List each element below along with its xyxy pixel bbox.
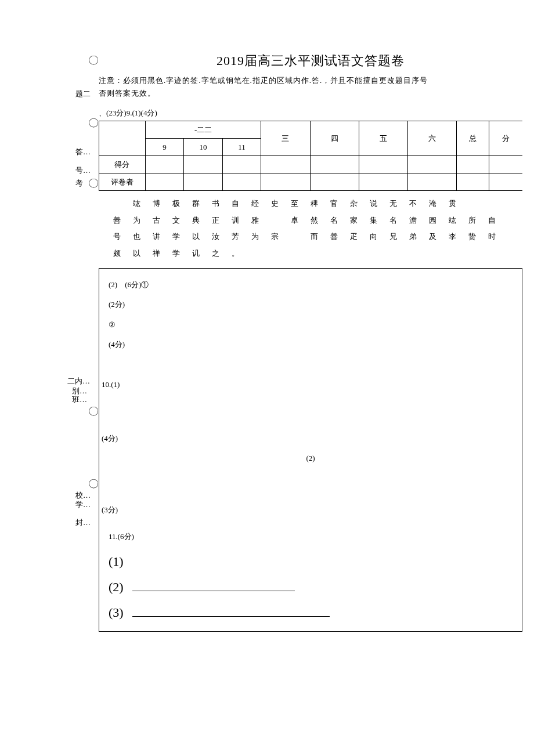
- blank-row[interactable]: [109, 357, 513, 373]
- score-cell[interactable]: [261, 156, 310, 173]
- blank-row[interactable]: [109, 471, 513, 498]
- notice-line-2: 否则答案无效。: [99, 87, 522, 100]
- answer-blank-line[interactable]: [132, 616, 330, 617]
- binding-circle-icon: 〇: [88, 176, 99, 190]
- table-subheader-10: 10: [184, 139, 223, 156]
- row-label-marker: 评卷者: [99, 173, 146, 191]
- table-row: 评卷者: [99, 173, 523, 191]
- score-cell[interactable]: [145, 156, 184, 173]
- points-4: (4分): [109, 337, 513, 353]
- marker-cell[interactable]: [310, 173, 359, 191]
- notice-block: 注意：必须用黑色.字迹的签.字笔或钢笔在.指疋的区域内作.答.，并且不能擅自更改…: [99, 74, 522, 100]
- q10-2-label: (2): [109, 450, 513, 467]
- side-label-ti2: 题二: [75, 89, 91, 99]
- q11-label: 11.(6分): [109, 529, 513, 545]
- side-label-kao: 考: [75, 178, 83, 189]
- q11-sub2: (2): [109, 574, 513, 600]
- side-label-ban: 班…: [72, 395, 87, 405]
- marker-cell[interactable]: [359, 173, 407, 191]
- score-cell[interactable]: [408, 156, 457, 173]
- points-4-b: (4分): [102, 431, 513, 447]
- marker-cell[interactable]: [457, 173, 489, 191]
- q11-sub1: (1): [109, 549, 513, 574]
- table-header-six: 六: [408, 121, 457, 156]
- table-subheader-11: 11: [222, 139, 261, 156]
- binding-circle-icon: 〇: [88, 53, 99, 67]
- marker-cell[interactable]: [145, 173, 184, 191]
- row-label-score: 得分: [99, 156, 146, 173]
- side-label-ernei: 二内…: [67, 376, 90, 386]
- points-2: (2分): [109, 296, 513, 313]
- side-label-da: 答…: [75, 147, 91, 157]
- marker-cell[interactable]: [184, 173, 223, 191]
- side-label-feng: 封…: [75, 518, 91, 528]
- blank-row: [109, 522, 513, 525]
- table-header-two: -二二: [145, 121, 261, 139]
- score-cell[interactable]: [184, 156, 223, 173]
- binding-circle-icon: 〇: [88, 116, 99, 130]
- blank-row[interactable]: [109, 397, 513, 427]
- table-row: -二二 三 四 五 六 总 分: [99, 121, 523, 139]
- left-binding-margin: 〇 题二 〇 答… 号… 考 〇 二内… 别… 班… 〇 〇 校… 学… 封…: [0, 0, 99, 756]
- marker-cell[interactable]: [261, 173, 310, 191]
- table-header-three: 三: [261, 121, 310, 156]
- text-line-3: 号也讲学以汝芳为宗而善疋向兄弟及李贽时: [107, 229, 514, 245]
- side-label-hao: 号…: [75, 165, 91, 176]
- table-header-blank: [99, 121, 146, 156]
- table-subheader-9: 9: [145, 139, 184, 156]
- text-line-1: 竑博极群书自经史至稗官杂说无不淹贯: [107, 196, 514, 212]
- score-cell[interactable]: [359, 156, 407, 173]
- score-cell[interactable]: [457, 156, 489, 173]
- text-line-2: 善为古文典正训雅卓然名家集名澹园竑所自: [107, 212, 514, 229]
- marker-cell[interactable]: [408, 173, 457, 191]
- q11-sub3: (3): [109, 600, 513, 625]
- q9-2-label: (2) (6分)①: [109, 277, 513, 294]
- section-heading: 、(23分)9.(1)(4分): [99, 108, 522, 118]
- classical-text-block: 竑博极群书自经史至稗官杂说无不淹贯 善为古文典正训雅卓然名家集名澹园竑所自 号也…: [107, 196, 514, 262]
- table-header-score: 分: [489, 121, 522, 156]
- score-table: -二二 三 四 五 六 总 分 9 10 11 得分: [99, 121, 522, 191]
- q9-2-circ2: ②: [109, 317, 513, 334]
- score-cell[interactable]: [222, 156, 261, 173]
- score-cell[interactable]: [310, 156, 359, 173]
- main-content: 2019届高三水平测试语文答题卷 注意：必须用黑色.字迹的签.字笔或钢笔在.指疋…: [99, 52, 522, 632]
- table-row: 得分: [99, 156, 523, 173]
- text-line-4: 颇以禅学讥之。: [107, 245, 514, 262]
- table-header-total: 总: [457, 121, 489, 156]
- marker-cell[interactable]: [489, 173, 522, 191]
- q10-1-label: 10.(1): [102, 377, 513, 393]
- notice-line-1: 注意：必须用黑色.字迹的签.字笔或钢笔在.指疋的区域内作.答.，并且不能擅自更改…: [99, 74, 522, 87]
- marker-cell[interactable]: [222, 173, 261, 191]
- table-header-five: 五: [359, 121, 407, 156]
- score-cell[interactable]: [489, 156, 522, 173]
- side-label-xue: 学…: [75, 500, 91, 510]
- answer-blank-line[interactable]: [132, 591, 295, 591]
- table-header-four: 四: [310, 121, 359, 156]
- binding-circle-icon: 〇: [88, 404, 99, 418]
- points-3: (3分): [102, 502, 513, 519]
- page-title: 2019届高三水平测试语文答题卷: [99, 52, 522, 70]
- answer-area-frame: (2) (6分)① (2分) ② (4分) 10.(1) (4分) (2) (3…: [99, 268, 522, 632]
- page: 〇 题二 〇 答… 号… 考 〇 二内… 别… 班… 〇 〇 校… 学… 封… …: [0, 0, 534, 756]
- binding-circle-icon: 〇: [88, 477, 99, 491]
